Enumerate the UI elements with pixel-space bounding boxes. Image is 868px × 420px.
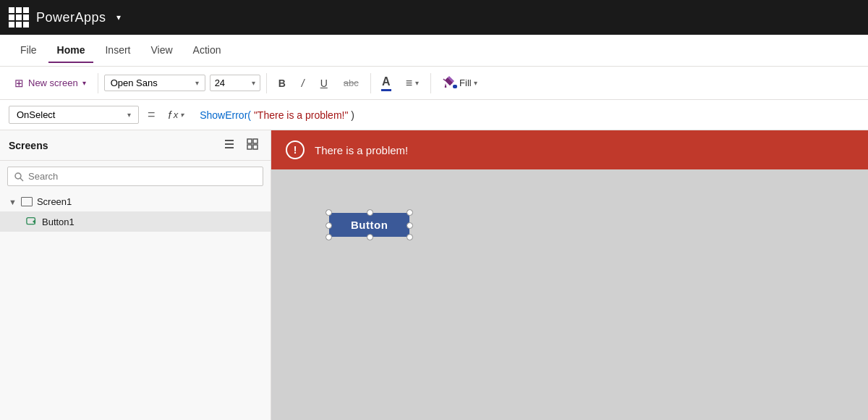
font-family-value: Open Sans — [111, 77, 158, 88]
svg-rect-1 — [453, 85, 457, 88]
handle-br[interactable] — [407, 234, 413, 240]
font-size-value: 24 — [215, 77, 225, 88]
handle-tr[interactable] — [407, 209, 413, 216]
screen1-label: Screen1 — [37, 196, 72, 207]
paint-bucket-icon — [443, 76, 457, 91]
screens-header: Screens — [0, 130, 271, 161]
formula-bar: OnSelect ▾ = f x ▾ ShowError( "There is … — [0, 100, 868, 130]
fill-label: Fill — [459, 77, 472, 88]
svg-line-10 — [20, 178, 23, 181]
view-icons — [220, 136, 262, 154]
svg-rect-8 — [253, 145, 258, 149]
screen1-chevron: ▼ — [9, 198, 17, 206]
font-color-label: A — [382, 75, 391, 88]
main-layout: Screens — [0, 130, 868, 420]
screen1-item[interactable]: ▼ Screen1 — [0, 192, 271, 211]
search-bar[interactable] — [7, 167, 263, 186]
formula-string: "There is a problem!" — [254, 109, 349, 121]
paint-fill-button[interactable]: Fill ▾ — [437, 73, 483, 93]
svg-rect-4 — [225, 147, 234, 148]
new-screen-button[interactable]: ⊞ New screen ▾ — [9, 74, 92, 93]
canvas-area: ! There is a problem! Button — [271, 130, 868, 420]
handle-ml[interactable] — [326, 222, 332, 229]
toolbar: ⊞ New screen ▾ Open Sans ▾ 24 ▾ B / U ab… — [0, 67, 868, 100]
menu-view[interactable]: View — [142, 38, 181, 63]
separator-3 — [370, 73, 371, 93]
font-family-dropdown[interactable]: Open Sans ▾ — [104, 75, 205, 91]
error-message: There is a problem! — [315, 144, 408, 156]
bold-button[interactable]: B — [273, 75, 292, 92]
new-screen-chevron: ▾ — [82, 79, 86, 87]
grid-view-button[interactable] — [243, 136, 262, 154]
handle-tm[interactable] — [367, 209, 373, 216]
formula-expression[interactable]: ShowError( "There is a problem!" ) — [194, 106, 859, 124]
menu-home[interactable]: Home — [48, 38, 94, 63]
button1-item[interactable]: Button1 — [0, 211, 271, 232]
menu-action[interactable]: Action — [184, 38, 230, 63]
align-button[interactable]: ≡ ▾ — [400, 74, 425, 93]
svg-rect-5 — [247, 139, 252, 143]
button1-label: Button1 — [42, 217, 75, 227]
canvas-content[interactable]: Button — [271, 169, 868, 420]
font-size-dropdown[interactable]: 24 ▾ — [210, 75, 260, 91]
font-color-button[interactable]: A — [377, 74, 396, 93]
menu-file[interactable]: File — [12, 38, 46, 63]
fx-x-label: x — [174, 109, 179, 120]
fx-button[interactable]: f x ▾ — [164, 106, 189, 124]
align-chevron: ▾ — [415, 79, 419, 87]
button1-icon — [26, 216, 38, 227]
formula-function: ShowError( — [200, 109, 254, 121]
top-bar: PowerApps ▾ — [0, 0, 868, 35]
svg-rect-6 — [253, 139, 258, 143]
screens-title: Screens — [9, 140, 48, 151]
svg-point-9 — [15, 173, 21, 179]
property-value: OnSelect — [17, 109, 55, 120]
handle-bl[interactable] — [326, 234, 332, 240]
formula-suffix: ) — [348, 109, 354, 121]
app-title: PowerApps — [36, 10, 106, 25]
italic-button[interactable]: / — [296, 75, 310, 92]
align-icon: ≡ — [406, 77, 412, 90]
property-chevron: ▾ — [127, 111, 131, 119]
screen-icon — [21, 197, 33, 206]
new-screen-icon: ⊞ — [14, 77, 24, 90]
new-screen-label: New screen — [28, 77, 78, 88]
separator-1 — [98, 73, 98, 93]
error-banner: ! There is a problem! — [271, 130, 868, 169]
strikethrough-button[interactable]: abc — [338, 75, 365, 91]
list-view-button[interactable] — [220, 136, 239, 154]
menu-insert[interactable]: Insert — [96, 38, 139, 63]
handle-tl[interactable] — [326, 209, 332, 216]
tree-area: ▼ Screen1 Button1 — [0, 192, 271, 420]
handle-bm[interactable] — [367, 234, 373, 240]
grid-view-icon — [247, 138, 258, 150]
svg-rect-7 — [247, 145, 252, 149]
error-icon: ! — [286, 140, 305, 159]
separator-2 — [266, 73, 267, 93]
font-color-underline — [381, 89, 391, 91]
font-family-chevron: ▾ — [195, 79, 199, 87]
list-view-icon — [224, 138, 235, 150]
button-control[interactable]: Button — [329, 213, 409, 237]
font-size-chevron: ▾ — [252, 79, 255, 87]
svg-rect-2 — [225, 140, 234, 141]
fill-chevron: ▾ — [474, 79, 477, 87]
underline-button[interactable]: U — [315, 75, 333, 92]
menu-bar: File Home Insert View Action — [0, 35, 868, 67]
equals-sign: = — [145, 107, 158, 122]
property-dropdown[interactable]: OnSelect ▾ — [9, 106, 139, 124]
fx-chevron: ▾ — [180, 111, 184, 119]
svg-rect-3 — [225, 143, 234, 145]
fx-label: f — [169, 109, 171, 121]
handle-mr[interactable] — [407, 222, 413, 229]
separator-4 — [430, 73, 431, 93]
sidebar: Screens — [0, 130, 271, 420]
search-input[interactable] — [28, 171, 257, 182]
button-control-icon — [26, 216, 38, 227]
svg-line-0 — [443, 79, 445, 80]
waffle-icon[interactable] — [9, 7, 29, 28]
title-chevron[interactable]: ▾ — [116, 12, 121, 22]
search-icon — [14, 172, 24, 182]
